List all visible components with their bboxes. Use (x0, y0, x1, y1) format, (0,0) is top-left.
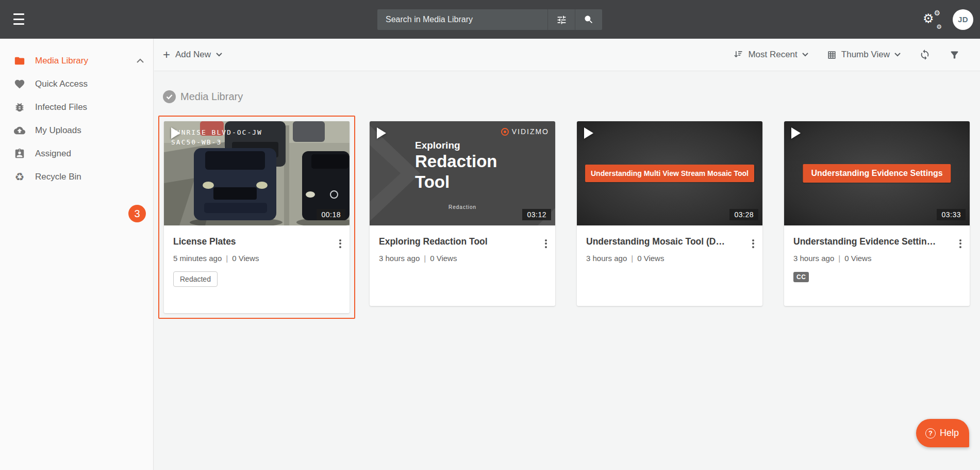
assignment-badge-icon (14, 148, 25, 159)
sidebar-item-label: Quick Access (35, 79, 144, 89)
topbar-right-cluster: ⚙ ⚙ ⚙ JD (923, 0, 973, 39)
search-icon[interactable] (575, 9, 602, 30)
card-age: 3 hours ago (586, 254, 627, 263)
kebab-menu-icon[interactable] (750, 236, 756, 251)
card-views: 0 Views (637, 254, 664, 263)
kebab-menu-icon[interactable] (957, 236, 964, 251)
top-bar: ⚙ ⚙ ⚙ JD (0, 0, 980, 39)
chevron-up-icon[interactable] (137, 58, 144, 63)
plus-icon: + (163, 50, 170, 60)
play-icon[interactable] (584, 127, 593, 139)
refresh-icon[interactable] (919, 49, 931, 60)
play-icon[interactable] (377, 127, 386, 139)
sidebar-item-label: My Uploads (35, 125, 144, 136)
card-views: 0 Views (430, 254, 457, 263)
help-button[interactable]: ? Help (916, 419, 969, 447)
sidebar-nav: Media Library Quick Access Infected File… (0, 39, 154, 470)
media-card-understanding-evidence-settings[interactable]: Understanding Evidence Settings 03:33 Un… (784, 121, 970, 306)
grid-view-icon (827, 50, 837, 60)
sidebar-item-my-uploads[interactable]: My Uploads (0, 119, 153, 142)
sidebar-item-assigned[interactable]: Assigned (0, 142, 153, 165)
video-duration: 00:18 (317, 209, 345, 220)
check-circle-icon (163, 90, 176, 103)
user-avatar[interactable]: JD (953, 9, 973, 30)
video-duration: 03:28 (729, 209, 758, 220)
media-card-exploring-redaction-tool[interactable]: Exploring Redaction Tool Redaction VIDIZ… (370, 121, 555, 306)
sidebar-item-quick-access[interactable]: Quick Access (0, 72, 153, 95)
card-title: License Plates (173, 236, 340, 247)
card-meta: 3 hours ago|0 Views (793, 254, 960, 263)
play-icon[interactable] (791, 127, 801, 139)
video-thumbnail: Exploring Redaction Tool Redaction VIDIZ… (370, 121, 555, 225)
sidebar-item-infected-files[interactable]: Infected Files (0, 95, 153, 119)
admin-settings-gears-icon[interactable]: ⚙ ⚙ ⚙ (923, 10, 943, 29)
tag-chip-redacted: Redacted (173, 271, 218, 287)
recycle-icon: ♻ (14, 171, 25, 182)
vidizmo-logo-icon (501, 128, 509, 136)
sidebar-item-recycle-bin[interactable]: ♻ Recycle Bin (0, 165, 153, 188)
chevron-down-icon (802, 53, 808, 57)
card-info: Understanding Evidence Settin… 3 hours a… (784, 225, 970, 282)
thumbnail-title-line2: Tool (415, 172, 497, 192)
card-age: 3 hours ago (379, 254, 420, 263)
sidebar-item-label: Media Library (35, 56, 127, 66)
kebab-menu-icon[interactable] (543, 236, 549, 251)
video-thumbnail: Understanding Evidence Settings 03:33 (784, 121, 970, 225)
thumbnail-title-line1: Redaction (415, 151, 497, 172)
media-card-license-plates[interactable]: SUNRISE BLVD-OC-JW SAC50-WB-3 00:18 Lice… (164, 121, 350, 313)
folder-icon (14, 55, 25, 67)
media-card-understanding-mosaic-tool[interactable]: Understanding Multi View Stream Mosaic T… (577, 121, 762, 306)
selected-card-outline: SUNRISE BLVD-OC-JW SAC50-WB-3 00:18 Lice… (158, 116, 355, 319)
sort-label: Most Recent (748, 50, 797, 60)
card-age: 3 hours ago (793, 254, 834, 263)
bug-icon (14, 102, 25, 113)
section-heading: Media Library (163, 90, 243, 103)
play-icon[interactable] (171, 127, 180, 139)
card-title: Understanding Mosaic Tool (D… (586, 236, 753, 247)
sidebar-item-media-library[interactable]: Media Library (0, 49, 153, 72)
card-info: License Plates 5 minutes ago|0 Views Red… (164, 225, 350, 287)
content-toolbar: + Add New Most Recent Thumb View (154, 39, 980, 71)
card-views: 0 Views (232, 254, 259, 263)
sort-dropdown[interactable]: Most Recent (733, 50, 808, 60)
add-new-label: Add New (175, 50, 211, 60)
help-label: Help (940, 428, 959, 439)
main-content: + Add New Most Recent Thumb View (154, 39, 980, 470)
meta-separator: | (627, 254, 637, 263)
search-input[interactable] (377, 9, 547, 30)
meta-separator: | (834, 254, 844, 263)
video-duration: 03:33 (937, 209, 966, 220)
card-meta: 3 hours ago|0 Views (379, 254, 546, 263)
search-filter-sliders-icon[interactable] (548, 9, 575, 30)
video-thumbnail: SUNRISE BLVD-OC-JW SAC50-WB-3 00:18 (164, 121, 350, 225)
card-title: Exploring Redaction Tool (379, 236, 546, 247)
vidizmo-logo: VIDIZMO (501, 127, 549, 136)
card-info: Exploring Redaction Tool 3 hours ago|0 V… (370, 225, 555, 263)
sort-icon (733, 50, 743, 60)
cloud-upload-icon (14, 125, 25, 136)
heart-icon (14, 78, 25, 90)
media-cards-row: SUNRISE BLVD-OC-JW SAC50-WB-3 00:18 Lice… (158, 116, 970, 319)
sidebar-item-label: Infected Files (35, 102, 144, 112)
section-title: Media Library (180, 91, 243, 103)
toolbar-right-cluster: Most Recent Thumb View (733, 49, 960, 60)
chevron-down-icon (216, 53, 222, 57)
card-meta: 3 hours ago|0 Views (586, 254, 753, 263)
kebab-menu-icon[interactable] (337, 236, 343, 251)
view-mode-dropdown[interactable]: Thumb View (827, 50, 901, 60)
card-age: 5 minutes ago (173, 254, 222, 263)
vidizmo-logo-text: VIDIZMO (512, 127, 549, 136)
card-meta: 5 minutes ago|0 Views (173, 254, 340, 263)
thumbnail-banner: Understanding Evidence Settings (803, 164, 951, 183)
question-mark-icon: ? (925, 428, 936, 439)
annotation-step-badge: 3 (128, 205, 146, 222)
add-new-button[interactable]: + Add New (163, 50, 222, 60)
thumbnail-banner: Understanding Multi View Stream Mosaic T… (585, 165, 754, 182)
card-views: 0 Views (844, 254, 871, 263)
search-bar (377, 9, 602, 30)
filter-funnel-icon[interactable] (949, 50, 960, 60)
hamburger-menu-icon[interactable] (13, 13, 26, 25)
camera-overlay-line2: SAC50-WB-3 (171, 138, 222, 146)
card-title: Understanding Evidence Settin… (793, 236, 960, 247)
meta-separator: | (420, 254, 430, 263)
